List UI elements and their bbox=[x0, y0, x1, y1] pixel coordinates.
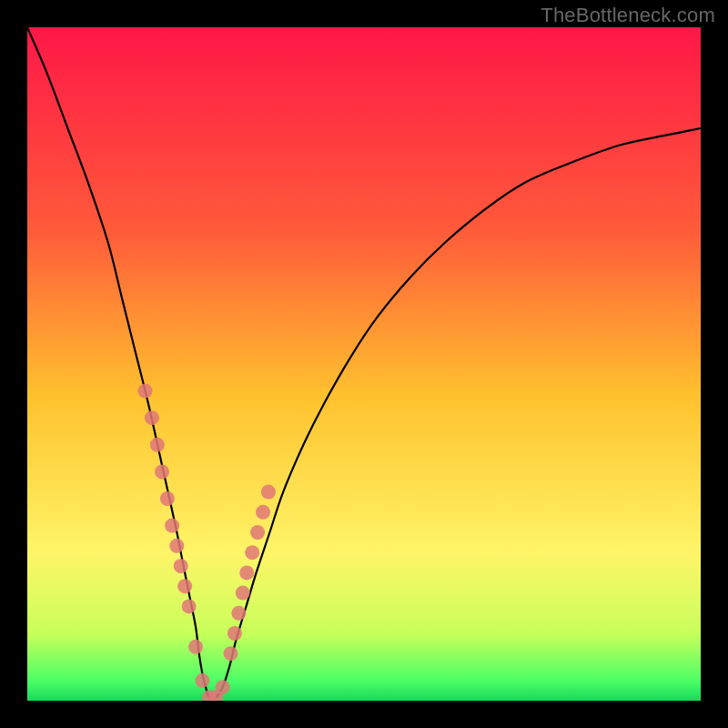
curve-marker bbox=[195, 673, 209, 688]
curve-marker bbox=[182, 599, 197, 613]
curve-marker bbox=[256, 505, 270, 520]
curve-marker bbox=[160, 491, 175, 506]
curve-marker bbox=[155, 464, 169, 479]
curve-marker bbox=[174, 559, 188, 573]
curve-marker bbox=[138, 384, 153, 399]
bottleneck-chart bbox=[27, 27, 701, 701]
curve-marker bbox=[169, 539, 184, 553]
curve-marker bbox=[223, 646, 238, 661]
curve-marker bbox=[216, 680, 230, 694]
curve-marker bbox=[188, 640, 203, 654]
curve-marker bbox=[150, 438, 165, 452]
curve-marker bbox=[165, 519, 179, 533]
curve-marker bbox=[261, 485, 276, 500]
curve-marker bbox=[236, 586, 250, 601]
curve-marker bbox=[145, 410, 159, 425]
curve-marker bbox=[239, 565, 254, 580]
curve-marker bbox=[231, 606, 246, 621]
curve-marker bbox=[228, 626, 242, 641]
curve-marker bbox=[177, 579, 192, 593]
chart-background bbox=[27, 27, 701, 701]
curve-marker bbox=[245, 545, 259, 560]
chart-container: TheBottleneck.com bbox=[0, 0, 728, 728]
curve-marker bbox=[250, 525, 265, 540]
watermark-text: TheBottleneck.com bbox=[541, 4, 715, 27]
